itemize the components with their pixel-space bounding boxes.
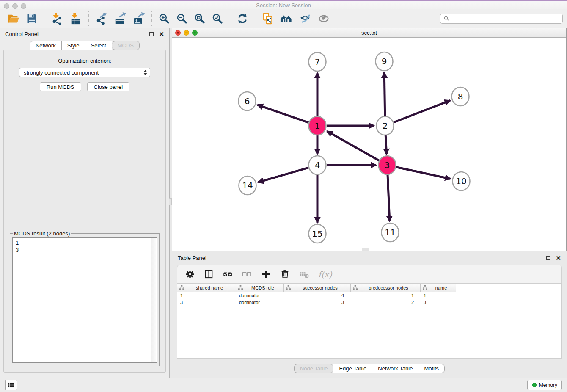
task-history-button[interactable] <box>5 380 17 390</box>
memory-label: Memory <box>539 382 557 388</box>
result-scrollbar[interactable] <box>151 238 156 362</box>
network-maximize-icon[interactable] <box>192 30 198 36</box>
tab-select[interactable]: Select <box>85 41 112 50</box>
column-type-icon <box>238 285 243 290</box>
export-table-icon[interactable] <box>114 12 127 25</box>
graph-node-label: 9 <box>382 56 387 66</box>
graph-edge-2-9[interactable] <box>384 72 385 116</box>
zoom-fit-icon[interactable] <box>194 13 206 25</box>
column-header-predecessor-nodes[interactable]: predecessor nodes <box>351 284 421 292</box>
graph-edge-2-3[interactable] <box>385 135 386 154</box>
nested-networks-icon[interactable] <box>280 12 293 25</box>
close-window-button[interactable] <box>4 3 9 9</box>
network-close-icon[interactable] <box>175 30 181 36</box>
network-window-titlebar[interactable]: scc.txt <box>172 28 566 38</box>
table-panel-tabs: Node Table Edge Table Network Table Moti… <box>172 364 567 373</box>
tab-mcds[interactable]: MCDS <box>112 41 140 50</box>
graph-edge-2-8[interactable] <box>394 100 450 122</box>
network-minimize-icon[interactable] <box>184 30 189 36</box>
optimization-criterion-select[interactable]: strongly connected component <box>19 68 150 77</box>
control-panel-title: Control Panel <box>5 31 39 37</box>
open-session-icon[interactable] <box>7 12 20 25</box>
graph-node-label: 14 <box>242 180 253 190</box>
optimization-criterion-label: Optimization criterion: <box>4 58 165 64</box>
column-header-mcds-role[interactable]: MCDS role <box>236 284 284 292</box>
tab-style[interactable]: Style <box>62 41 85 50</box>
zoom-in-icon[interactable] <box>158 13 170 25</box>
refresh-view-icon[interactable] <box>237 13 248 25</box>
graph-edge-3-10[interactable] <box>396 167 451 179</box>
graph-edge-1-6[interactable] <box>258 105 309 123</box>
list-icon <box>8 381 15 389</box>
column-type-icon <box>353 285 358 290</box>
add-column-icon[interactable] <box>261 269 271 279</box>
column-type-icon <box>423 285 427 290</box>
graph-node-label: 4 <box>315 160 320 170</box>
delete-column-icon[interactable] <box>280 269 290 279</box>
graph-node-label: 2 <box>383 121 388 131</box>
table-row[interactable]: 1 dominator 4 1 1 <box>177 292 561 299</box>
search-input[interactable] <box>450 15 559 22</box>
close-panel-icon[interactable]: ✕ <box>159 32 164 36</box>
toolbar-separator <box>230 11 230 26</box>
node-table-header: shared name MCDS role successor nodes pr… <box>177 284 561 292</box>
network-view-window: scc.txt 7968124314101511 <box>172 28 567 251</box>
minimize-window-button[interactable] <box>12 3 18 9</box>
graph-node-label: 1 <box>315 121 320 131</box>
mcds-result-title: MCDS result (2 nodes) <box>13 230 71 237</box>
column-header-name[interactable]: name <box>421 284 456 292</box>
panel-splitter-grip[interactable] <box>169 198 172 205</box>
graph-edge-3-1[interactable] <box>327 131 379 160</box>
show-graphics-details-icon[interactable] <box>317 12 330 25</box>
close-panel-button[interactable]: Close panel <box>87 82 130 91</box>
deselect-all-rows-icon[interactable] <box>242 269 252 279</box>
graph-node-label: 7 <box>315 57 320 67</box>
toolbar-separator <box>44 11 44 26</box>
node-table: shared name MCDS role successor nodes pr… <box>177 283 562 359</box>
tab-network-table[interactable]: Network Table <box>372 364 418 373</box>
panel-splitter-grip[interactable] <box>362 248 369 251</box>
tab-node-table[interactable]: Node Table <box>294 364 334 373</box>
dropdown-stepper-icon <box>143 70 147 75</box>
table-row[interactable]: 3 dominator 3 2 3 <box>177 299 561 306</box>
export-image-icon[interactable] <box>132 12 145 25</box>
tab-edge-table[interactable]: Edge Table <box>333 364 372 373</box>
toolbar-search[interactable] <box>440 14 563 24</box>
search-icon <box>443 15 450 22</box>
mcds-result-list[interactable]: 1 3 <box>12 237 157 363</box>
tab-network[interactable]: Network <box>30 41 62 50</box>
graph-node-label: 8 <box>458 91 463 102</box>
apply-function-icon[interactable]: f(x) <box>318 270 332 279</box>
save-session-icon[interactable] <box>26 13 38 25</box>
maximize-window-button[interactable] <box>21 3 26 9</box>
export-network-icon[interactable] <box>95 12 108 25</box>
import-network-icon[interactable] <box>51 12 63 25</box>
table-settings-icon[interactable] <box>185 269 195 279</box>
status-bar: Memory <box>0 378 567 392</box>
import-table-icon[interactable] <box>69 12 82 25</box>
float-panel-icon[interactable] <box>546 256 550 260</box>
toolbar-separator <box>255 11 255 26</box>
zoom-selected-icon[interactable] <box>212 13 223 25</box>
graph-edge-4-14[interactable] <box>258 168 308 182</box>
memory-status-icon <box>532 383 537 387</box>
delete-table-icon[interactable] <box>299 269 310 280</box>
column-header-successor-nodes[interactable]: successor nodes <box>284 284 351 292</box>
network-canvas[interactable]: 7968124314101511 <box>172 38 566 251</box>
window-controls[interactable] <box>4 3 26 9</box>
close-panel-icon[interactable]: ✕ <box>556 256 561 260</box>
select-all-rows-icon[interactable] <box>223 269 233 279</box>
network-window-title: scc.txt <box>172 30 566 36</box>
column-visibility-icon[interactable] <box>204 269 214 279</box>
hide-graphics-details-icon[interactable] <box>299 12 311 25</box>
column-header-shared-name[interactable]: shared name <box>177 284 236 292</box>
float-panel-icon[interactable] <box>149 32 154 36</box>
tab-motifs[interactable]: Motifs <box>418 364 445 373</box>
network-graph[interactable]: 7968124314101511 <box>172 38 566 251</box>
graph-node-label: 6 <box>245 96 250 106</box>
run-mcds-button[interactable]: Run MCDS <box>40 82 81 91</box>
graph-edge-3-11[interactable] <box>388 174 390 221</box>
zoom-out-icon[interactable] <box>176 13 188 25</box>
memory-button[interactable]: Memory <box>527 380 562 390</box>
copy-network-icon[interactable] <box>261 12 274 25</box>
